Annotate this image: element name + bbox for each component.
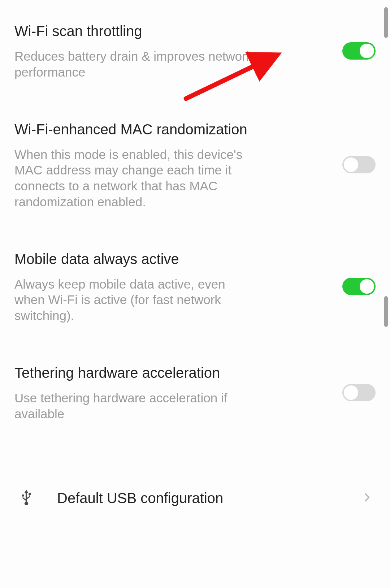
chevron-right-icon (361, 492, 373, 505)
setting-wifi-mac-randomization[interactable]: Wi-Fi-enhanced MAC randomization When th… (14, 120, 376, 250)
setting-title: Mobile data always active (14, 250, 253, 268)
setting-title: Tethering hardware acceleration (14, 363, 253, 382)
setting-description: Always keep mobile data active, even whe… (14, 276, 253, 324)
scrollbar-thumb[interactable] (384, 7, 388, 38)
setting-text: Wi-Fi-enhanced MAC randomization When th… (14, 120, 253, 210)
setting-text: Tethering hardware acceleration Use teth… (14, 363, 253, 422)
setting-description: When this mode is enabled, this device's… (14, 147, 253, 210)
usb-icon (17, 487, 35, 510)
toggle-knob (360, 279, 374, 294)
scrollbar-thumb[interactable] (384, 296, 388, 327)
link-default-usb-configuration[interactable]: Default USB configuration (14, 461, 376, 510)
toggle-knob (344, 157, 358, 172)
settings-list: Wi-Fi scan throttling Reduces battery dr… (0, 0, 390, 510)
setting-description: Use tethering hardware acceleration if a… (14, 390, 253, 422)
toggle-mobile-data-always-active[interactable] (342, 278, 376, 295)
setting-mobile-data-always-active[interactable]: Mobile data always active Always keep mo… (14, 250, 376, 363)
setting-description: Reduces battery drain & improves network… (14, 48, 253, 80)
toggle-knob (344, 385, 358, 400)
setting-title: Wi-Fi scan throttling (14, 22, 253, 40)
link-label: Default USB configuration (57, 490, 339, 506)
toggle-wifi-mac-randomization[interactable] (342, 156, 376, 173)
setting-wifi-scan-throttling[interactable]: Wi-Fi scan throttling Reduces battery dr… (14, 22, 376, 120)
setting-text: Mobile data always active Always keep mo… (14, 250, 253, 324)
setting-text: Wi-Fi scan throttling Reduces battery dr… (14, 22, 253, 80)
toggle-knob (360, 44, 374, 58)
setting-tethering-hw-accel[interactable]: Tethering hardware acceleration Use teth… (14, 363, 376, 462)
toggle-wifi-scan-throttling[interactable] (342, 42, 376, 60)
setting-title: Wi-Fi-enhanced MAC randomization (14, 120, 253, 139)
toggle-tethering-hw-accel[interactable] (342, 384, 376, 401)
